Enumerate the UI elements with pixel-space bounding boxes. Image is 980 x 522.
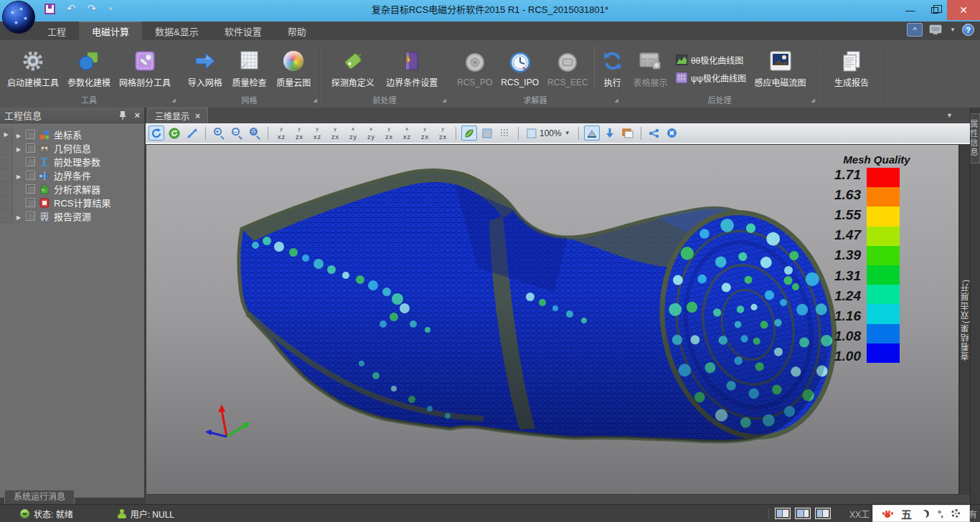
view-orient-button-7[interactable]: yzx: [381, 125, 397, 141]
theta-polar-curve-button[interactable]: θθ极化曲线图: [676, 54, 746, 66]
rcs-po-button[interactable]: RCS_PO: [453, 49, 496, 89]
share-button[interactable]: [646, 125, 662, 141]
wireframe-button[interactable]: [497, 125, 513, 141]
view-orient-button-3[interactable]: yxz: [309, 125, 325, 141]
tab-list-dropdown-icon[interactable]: ▼: [946, 112, 953, 119]
layout-split-panel-icon[interactable]: [795, 508, 811, 519]
ime-logo-paw-icon[interactable]: [882, 509, 892, 518]
property-info-tab[interactable]: 属性信息: [971, 113, 980, 163]
tree-checkbox[interactable]: [26, 171, 35, 180]
boundary-settings-button[interactable]: 边界条件设置: [382, 47, 442, 90]
tree-checkbox[interactable]: [26, 143, 35, 153]
quality-cloud-button[interactable]: 质量云图: [272, 47, 315, 90]
rcs-ipo-button[interactable]: RCS_IPO: [496, 49, 543, 89]
layout-left-panel-icon[interactable]: [775, 508, 791, 519]
quality-check-button[interactable]: 质量检查: [227, 47, 270, 90]
drop-arrow-button[interactable]: [602, 125, 618, 141]
launch-modeling-tool-button[interactable]: 启动建模工具: [3, 47, 63, 90]
system-message-tab[interactable]: 系统运行消息: [4, 490, 75, 504]
group-dialog-launcher-icon[interactable]: ◢: [615, 95, 618, 105]
view-orient-button-10[interactable]: yzx: [435, 125, 451, 141]
ime-fullwidth-moon-icon[interactable]: [921, 510, 929, 518]
tree-checkbox[interactable]: [26, 184, 35, 194]
view-orient-button-4[interactable]: yzx: [327, 125, 343, 141]
tree-checkbox[interactable]: [26, 130, 35, 139]
monitor-dropdown-icon[interactable]: ▼: [950, 27, 956, 33]
flat-shade-button[interactable]: [479, 125, 495, 141]
legend-values: 1.711.63 1.551.47 1.391.31 1.241.16 1.08…: [819, 168, 861, 363]
smooth-shade-button[interactable]: [461, 125, 477, 141]
help-icon[interactable]: ?: [962, 24, 974, 36]
rainbow-sphere-icon: [281, 49, 306, 73]
collapse-ribbon-icon[interactable]: ^: [907, 23, 923, 37]
zoom-out-button[interactable]: −: [229, 125, 245, 141]
tree-checkbox[interactable]: [26, 212, 35, 221]
tab-project[interactable]: 工程: [34, 22, 79, 40]
refresh-view-button[interactable]: [166, 125, 182, 141]
tree-item-solver[interactable]: 分析求解器: [0, 182, 144, 196]
rcs-eec-button[interactable]: RCS_EEC: [543, 49, 593, 89]
view-orient-button-2[interactable]: yzx: [291, 125, 307, 141]
probe-angle-button[interactable]: 探测角定义: [327, 47, 379, 90]
tab-help[interactable]: 帮助: [275, 22, 319, 40]
tree-checkbox[interactable]: [26, 198, 35, 207]
tree-item-preprocess-params[interactable]: T 前处理参数: [0, 155, 144, 169]
induced-current-map-button[interactable]: 感应电磁流图: [750, 47, 811, 90]
ime-punctuation-icon[interactable]: °,: [938, 508, 943, 519]
group-dialog-launcher-icon[interactable]: ◢: [314, 95, 317, 105]
collapsed-result-panel-tab[interactable]: 查看结果(双击展开): [959, 144, 970, 495]
close-view-button[interactable]: [664, 125, 680, 141]
layout-bottom-panel-icon[interactable]: [815, 508, 831, 519]
close-tab-icon[interactable]: ×: [195, 111, 200, 121]
generate-report-button[interactable]: 生成报告: [830, 47, 873, 90]
zoom-extents-button[interactable]: ⊞: [247, 125, 263, 141]
expander-icon[interactable]: ▶: [17, 174, 21, 180]
expander-icon[interactable]: ▶: [4, 131, 8, 138]
parametric-modeling-button[interactable]: 参数化建模: [63, 47, 115, 90]
zoom-level-select[interactable]: 100% ▼: [524, 128, 573, 138]
view-orient-button-8[interactable]: xxz: [399, 125, 415, 141]
group-dialog-launcher-icon[interactable]: ◢: [443, 95, 446, 105]
user-icon: [118, 509, 126, 518]
view-orient-button-9[interactable]: yzx: [417, 125, 433, 141]
3d-viewport[interactable]: Mesh Quality 1.711.63 1.551.47 1.391.31 …: [146, 144, 959, 495]
monitor-icon[interactable]: [929, 24, 943, 37]
view-orient-button-5[interactable]: xzy: [345, 125, 361, 141]
view-orient-button-6[interactable]: xzy: [363, 125, 379, 141]
mesh-partition-tool-button[interactable]: 网格剖分工具: [115, 47, 175, 90]
restore-button[interactable]: [923, 0, 947, 20]
app-logo-icon[interactable]: [2, 1, 35, 34]
tab-data-display[interactable]: 数据&显示: [142, 22, 212, 40]
zoom-in-button[interactable]: +: [211, 125, 227, 141]
ime-toolbar[interactable]: 五 °,: [872, 505, 970, 522]
close-panel-icon[interactable]: ×: [134, 110, 140, 120]
view-orient-button-1[interactable]: yxz: [273, 125, 289, 141]
psi-polar-curve-button[interactable]: ψψ极化曲线图: [676, 72, 746, 84]
ime-mode-icon[interactable]: 五: [901, 506, 912, 521]
expander-icon[interactable]: ▶: [17, 133, 21, 139]
fit-view-button[interactable]: [184, 125, 200, 141]
pin-icon[interactable]: [118, 110, 127, 120]
ime-settings-gear-icon[interactable]: [951, 509, 960, 518]
tab-3d-display[interactable]: 三维显示 ×: [147, 108, 208, 123]
tree-item-geometry-info[interactable]: ▶ 几何信息: [0, 141, 144, 155]
minimize-button[interactable]: —: [898, 0, 923, 20]
expander-icon[interactable]: ▶: [17, 146, 21, 153]
tree-item-rcs-results[interactable]: RCS计算结果: [0, 196, 144, 209]
tab-settings[interactable]: 软件设置: [212, 22, 275, 40]
tree-item-boundary-conditions[interactable]: ▶ 边界条件: [0, 169, 144, 182]
tree-checkbox[interactable]: [26, 157, 35, 166]
tree-item-report-resources[interactable]: ▶ 报告资源: [0, 209, 144, 223]
group-dialog-launcher-icon[interactable]: ◢: [811, 95, 815, 105]
close-button[interactable]: ✕: [947, 0, 980, 20]
expander-icon[interactable]: ▶: [17, 214, 21, 221]
import-mesh-button[interactable]: 导入网格: [184, 47, 227, 90]
snapshot-button[interactable]: [620, 125, 636, 141]
tree-item-coordinate-system[interactable]: ▶ ▶ 坐标系: [0, 128, 144, 141]
tab-em-computation[interactable]: 电磁计算: [79, 22, 142, 40]
table-display-button[interactable]: 表格展示: [628, 47, 672, 90]
zoom-dropdown-icon[interactable]: ▼: [565, 130, 570, 136]
group-dialog-launcher-icon[interactable]: ◢: [172, 95, 176, 105]
section-view-button[interactable]: [584, 125, 600, 141]
rotate-view-button[interactable]: [149, 125, 164, 141]
